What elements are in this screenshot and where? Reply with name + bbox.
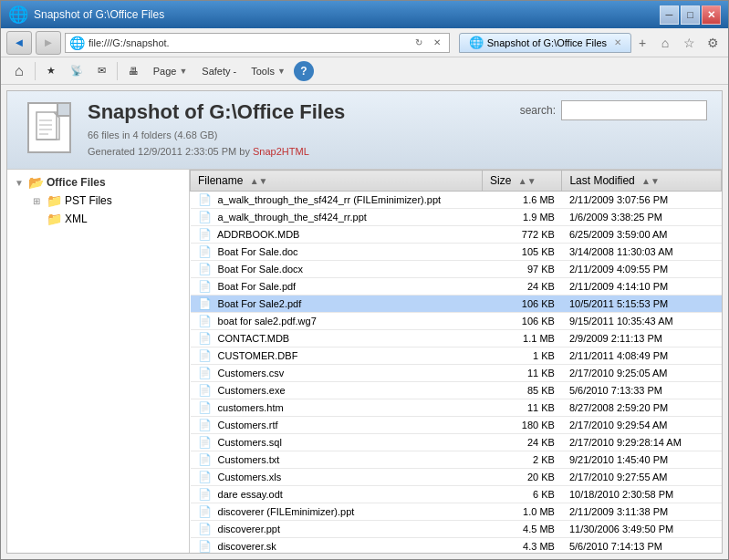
favorites-toolbar-button[interactable]: ★ xyxy=(40,60,62,82)
table-row[interactable]: 📄 customers.htm 11 KB 8/27/2008 2:59:20 … xyxy=(191,399,722,417)
file-table-body: 📄 a_walk_through_the_sf424_rr (FILEminim… xyxy=(191,192,722,553)
feeds-toolbar-button[interactable]: 📡 xyxy=(64,60,89,82)
file-size-cell: 772 KB xyxy=(483,226,562,244)
file-name-cell: 📄 discoverer (FILEminimizer).ppt xyxy=(191,503,483,521)
tree-root-item[interactable]: ▼ 📂 Office Files xyxy=(11,173,185,192)
file-name: Customers.xls xyxy=(218,472,282,482)
table-row[interactable]: 📄 dare essay.odt 6 KB 10/18/2010 2:30:58… xyxy=(191,486,722,503)
table-row[interactable]: 📄 boat for sale2.pdf.wg7 106 KB 9/15/201… xyxy=(191,313,722,330)
table-row[interactable]: 📄 Boat For Sale.docx 97 KB 2/11/2009 4:0… xyxy=(191,261,722,278)
table-row[interactable]: 📄 Boat For Sale.pdf 24 KB 2/11/2009 4:14… xyxy=(191,278,722,296)
file-name-cell: 📄 ADDRBOOK.MDB xyxy=(191,226,483,244)
browser-logo-icon: 🌐 xyxy=(8,5,28,25)
address-box: 🌐 file:///G:/snapshot. ↻ ✕ xyxy=(65,33,450,53)
table-row[interactable]: 📄 Customers.csv 11 KB 2/17/2010 9:25:05 … xyxy=(191,365,722,382)
tab-close-button[interactable]: ✕ xyxy=(614,37,621,47)
modified-sort-icon: ▲▼ xyxy=(641,176,660,186)
maximize-button[interactable]: □ xyxy=(681,5,700,25)
file-size-cell: 180 KB xyxy=(483,417,562,434)
page-button-label: Page xyxy=(153,66,177,77)
new-tab-button[interactable]: + xyxy=(633,34,651,52)
table-row[interactable]: 📄 Boat For Sale.doc 105 KB 3/14/2008 11:… xyxy=(191,244,722,261)
search-input[interactable] xyxy=(561,100,707,120)
feeds-icon: 📡 xyxy=(70,65,83,77)
table-row[interactable]: 📄 discoverer (FILEminimizer).ppt 1.0 MB … xyxy=(191,503,722,521)
mail-toolbar-button[interactable]: ✉ xyxy=(91,60,112,82)
header-meta-line2: Generated 12/9/2011 2:33:05 PM by Snap2H… xyxy=(88,144,520,161)
file-modified-cell: 9/15/2011 10:35:43 AM xyxy=(562,313,722,330)
tools-toolbar-button[interactable]: Tools ▼ xyxy=(245,60,292,82)
forward-button[interactable]: ► xyxy=(36,31,61,55)
back-button[interactable]: ◄ xyxy=(6,31,32,55)
minimize-button[interactable]: ─ xyxy=(660,5,679,25)
home-icon[interactable]: ⌂ xyxy=(655,33,675,53)
browser-tab[interactable]: 🌐 Snapshot of G:\Office Files ✕ xyxy=(459,33,631,53)
file-icon: 📄 xyxy=(198,540,212,553)
refresh-button[interactable]: ↻ xyxy=(411,35,427,51)
file-name: boat for sale2.pdf.wg7 xyxy=(218,316,317,327)
sidebar-item-pst-files[interactable]: ⊞ 📁 PST Files xyxy=(29,192,185,210)
modified-column-header[interactable]: Last Modified ▲▼ xyxy=(562,171,722,192)
table-row[interactable]: 📄 Customers.txt 2 KB 9/21/2010 1:45:40 P… xyxy=(191,451,722,469)
print-toolbar-button[interactable]: 🖶 xyxy=(122,60,145,82)
home-toolbar-button[interactable]: ⌂ xyxy=(8,60,30,82)
file-icon: 📄 xyxy=(198,332,212,345)
favorites-star-icon[interactable]: ☆ xyxy=(679,33,699,53)
header-doc-icon xyxy=(22,100,77,155)
file-icon: 📄 xyxy=(198,228,212,241)
table-row[interactable]: 📄 Customers.exe 85 KB 5/6/2010 7:13:33 P… xyxy=(191,382,722,399)
file-modified-cell: 11/30/2006 3:49:50 PM xyxy=(562,521,722,538)
file-size-cell: 85 KB xyxy=(483,382,562,399)
table-row[interactable]: 📄 Customers.xls 20 KB 2/17/2010 9:27:55 … xyxy=(191,469,722,486)
file-modified-cell: 2/9/2009 2:11:13 PM xyxy=(562,330,722,347)
table-row[interactable]: 📄 CONTACT.MDB 1.1 MB 2/9/2009 2:11:13 PM xyxy=(191,330,722,347)
table-row[interactable]: 📄 a_walk_through_the_sf424_rr.ppt 1.9 MB… xyxy=(191,209,722,226)
file-icon: 📄 xyxy=(198,367,212,379)
main-content: Snapshot of G:\Office Files 66 files in … xyxy=(6,90,723,554)
page-toolbar-button[interactable]: Page ▼ xyxy=(147,60,194,82)
document-icon xyxy=(27,102,71,153)
table-row[interactable]: 📄 Customers.rtf 180 KB 2/17/2010 9:29:54… xyxy=(191,417,722,434)
address-bar: ◄ ► 🌐 file:///G:/snapshot. ↻ ✕ 🌐 Snapsho… xyxy=(1,28,728,57)
file-name: Boat For Sale.pdf xyxy=(218,281,297,292)
file-name-cell: 📄 Boat For Sale2.pdf xyxy=(191,296,483,313)
file-name-cell: 📄 a_walk_through_the_sf424_rr.ppt xyxy=(191,209,483,226)
file-name: dare essay.odt xyxy=(218,489,283,500)
file-size-cell: 106 KB xyxy=(483,313,562,330)
file-name-cell: 📄 CONTACT.MDB xyxy=(191,330,483,347)
address-actions: ↻ ✕ xyxy=(411,35,445,51)
close-button[interactable]: ✕ xyxy=(702,5,721,25)
stop-button[interactable]: ✕ xyxy=(429,35,445,51)
file-size-cell: 6 KB xyxy=(483,486,562,503)
snap2html-link[interactable]: Snap2HTML xyxy=(253,146,309,157)
filename-column-header[interactable]: Filename ▲▼ xyxy=(191,171,483,192)
safety-toolbar-button[interactable]: Safety - xyxy=(195,60,243,82)
page-chevron-icon: ▼ xyxy=(179,67,187,76)
table-row[interactable]: 📄 Customers.sql 24 KB 2/17/2010 9:29:28:… xyxy=(191,434,722,451)
file-size-cell: 97 KB xyxy=(483,261,562,278)
file-name: ADDRBOOK.MDB xyxy=(217,229,299,240)
table-row[interactable]: 📄 ADDRBOOK.MDB 772 KB 6/25/2009 3:59:00 … xyxy=(191,226,722,244)
table-row[interactable]: 📄 Boat For Sale2.pdf 106 KB 10/5/2011 5:… xyxy=(191,296,722,313)
file-modified-cell: 6/25/2009 3:59:00 AM xyxy=(562,226,722,244)
file-icon: 📄 xyxy=(198,211,212,223)
file-size-cell: 1.6 MB xyxy=(483,192,562,209)
sidebar-item-xml[interactable]: 📁 XML xyxy=(29,210,185,228)
settings-icon[interactable]: ⚙ xyxy=(703,33,723,53)
file-name-cell: 📄 Customers.xls xyxy=(191,469,483,486)
pst-folder-label: PST Files xyxy=(65,194,112,207)
help-button[interactable]: ? xyxy=(294,61,314,81)
file-icon: 📄 xyxy=(198,315,212,327)
table-row[interactable]: 📄 discoverer.sk 4.3 MB 5/6/2010 7:14:13 … xyxy=(191,538,722,553)
file-name: Boat For Sale.doc xyxy=(218,246,298,257)
table-row[interactable]: 📄 a_walk_through_the_sf424_rr (FILEminim… xyxy=(191,192,722,209)
toolbar: ⌂ ★ 📡 ✉ 🖶 Page ▼ Safety - Tools ▼ ? xyxy=(1,57,728,85)
file-icon: 📄 xyxy=(198,453,212,466)
table-row[interactable]: 📄 CUSTOMER.DBF 1 KB 2/11/2011 4:08:49 PM xyxy=(191,347,722,365)
file-name-cell: 📄 Customers.csv xyxy=(191,365,483,382)
xml-folder-icon: 📁 xyxy=(47,212,62,226)
file-modified-cell: 10/5/2011 5:15:53 PM xyxy=(562,296,722,313)
size-column-header[interactable]: Size ▲▼ xyxy=(483,171,562,192)
file-icon: 📄 xyxy=(198,488,212,501)
table-row[interactable]: 📄 discoverer.ppt 4.5 MB 11/30/2006 3:49:… xyxy=(191,521,722,538)
